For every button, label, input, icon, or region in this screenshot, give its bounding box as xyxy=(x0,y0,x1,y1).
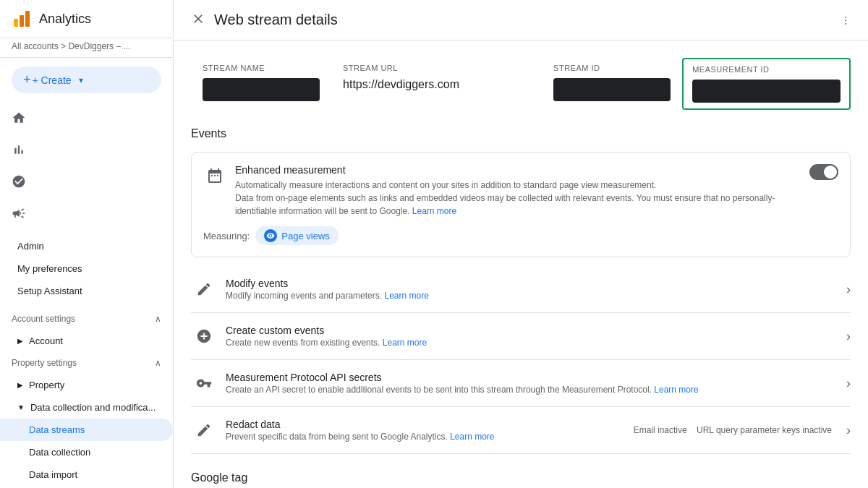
create-custom-events-learn-more[interactable]: Learn more xyxy=(383,338,427,348)
redact-data-icon xyxy=(191,417,217,443)
redact-data-item[interactable]: Redact data Prevent specific data from b… xyxy=(191,407,851,454)
triangle-icon: ▶ xyxy=(17,337,23,345)
bar-chart-icon xyxy=(12,142,26,157)
enhanced-measurement-header: Enhanced measurement Automatically measu… xyxy=(203,164,838,218)
measuring-row: Measuring: Page views xyxy=(203,226,838,245)
modal-body: STREAM NAME STREAM URL https://devdigger… xyxy=(174,40,868,488)
measurement-id-field: MEASUREMENT ID xyxy=(682,58,851,110)
nav-advertising[interactable] xyxy=(0,197,173,229)
sidebar-item-property[interactable]: ▶ Property xyxy=(0,374,173,396)
create-custom-events-item[interactable]: Create custom events Create new events f… xyxy=(191,313,851,360)
property-settings-header[interactable]: Property settings ∧ xyxy=(0,352,173,374)
eye-icon xyxy=(264,229,277,242)
redact-data-title: Redact data xyxy=(226,419,625,430)
measurement-protocol-item[interactable]: Measurement Protocol API secrets Create … xyxy=(191,360,851,407)
modal-title: Web stream details xyxy=(214,12,841,28)
nav-preferences[interactable]: My preferences xyxy=(0,257,173,280)
enhanced-toggle[interactable] xyxy=(809,164,838,180)
sidebar-item-data-import[interactable]: Data import xyxy=(0,463,173,486)
sidebar-item-account[interactable]: ▶ Account xyxy=(0,330,173,352)
redact-data-meta: Email inactive URL query parameter keys … xyxy=(634,425,832,435)
redact-data-chevron: › xyxy=(846,423,851,438)
svg-rect-1 xyxy=(20,15,24,27)
measurement-id-label: MEASUREMENT ID xyxy=(692,65,841,74)
nav-reports[interactable] xyxy=(0,134,173,166)
redact-data-desc: Prevent specific data from being sent to… xyxy=(226,432,625,442)
measurement-protocol-desc: Create an API secret to enable additiona… xyxy=(226,385,838,395)
nav-home[interactable] xyxy=(0,102,173,134)
measuring-label: Measuring: xyxy=(203,231,250,241)
explore-icon xyxy=(12,174,26,189)
enhanced-measurement-card: Enhanced measurement Automatically measu… xyxy=(191,152,851,257)
modify-events-chevron: › xyxy=(846,282,851,297)
stream-url-label: STREAM URL xyxy=(343,64,530,72)
modal-header: Web stream details ⋮ xyxy=(174,0,868,40)
modal-overlay: Web stream details ⋮ STREAM NAME STREAM … xyxy=(174,0,868,488)
enhanced-measurement-title: Enhanced measurement xyxy=(235,164,801,176)
svg-rect-0 xyxy=(14,19,18,27)
nav-admin[interactable]: Admin xyxy=(0,235,173,257)
account-settings-header[interactable]: Account settings ∧ xyxy=(0,308,173,330)
events-section-title: Events xyxy=(191,127,851,140)
modify-events-item[interactable]: Modify events Modify incoming events and… xyxy=(191,266,851,313)
close-icon xyxy=(191,12,205,26)
sidebar-item-data-streams[interactable]: Data streams xyxy=(0,419,173,441)
measurement-protocol-learn-more[interactable]: Learn more xyxy=(654,385,698,395)
stream-id-value xyxy=(553,78,671,101)
app-title: Analytics xyxy=(39,12,91,27)
main-content: Web stream details ⋮ STREAM NAME STREAM … xyxy=(174,0,868,488)
analytics-logo xyxy=(12,9,32,29)
measurement-protocol-title: Measurement Protocol API secrets xyxy=(226,372,838,383)
nav-setup-assistant[interactable]: Setup Assistant xyxy=(0,280,173,302)
page-views-badge: Page views xyxy=(255,226,338,245)
modify-events-desc: Modify incoming events and parameters. L… xyxy=(226,291,838,301)
enhanced-measurement-icon xyxy=(203,164,226,187)
sidebar-item-data-collection[interactable]: ▼ Data collection and modifica... xyxy=(0,396,173,419)
measurement-protocol-chevron: › xyxy=(846,376,851,391)
stream-name-label: STREAM NAME xyxy=(203,64,320,72)
modify-events-icon xyxy=(191,276,217,302)
svg-rect-2 xyxy=(25,11,30,27)
sidebar: Analytics All accounts > DevDiggers – ..… xyxy=(0,0,174,488)
create-custom-events-desc: Create new events from existing events. … xyxy=(226,338,838,348)
measurement-id-value xyxy=(692,80,841,103)
stream-id-label: STREAM ID xyxy=(553,64,671,72)
stream-name-field: STREAM NAME xyxy=(191,58,331,110)
google-tag-section: Google tag Configure tag settings Config… xyxy=(191,471,851,488)
property-triangle-icon: ▶ xyxy=(17,381,23,389)
stream-info: STREAM NAME STREAM URL https://devdigger… xyxy=(191,58,851,110)
modal-more-button[interactable]: ⋮ xyxy=(841,14,851,26)
sidebar-item-data-collection-sub[interactable]: Data collection xyxy=(0,441,173,463)
create-custom-events-chevron: › xyxy=(846,329,851,344)
modify-events-learn-more[interactable]: Learn more xyxy=(384,291,428,301)
modal-close-button[interactable] xyxy=(191,12,205,28)
home-icon xyxy=(12,111,26,125)
stream-id-field: STREAM ID xyxy=(542,58,682,110)
account-settings-chevron: ∧ xyxy=(155,314,161,324)
sidebar-header: Analytics xyxy=(0,0,173,38)
property-settings-chevron: ∧ xyxy=(155,358,161,368)
stream-url-value: https://devdiggers.com xyxy=(343,78,530,91)
enhanced-measurement-desc: Automatically measure interactions and c… xyxy=(235,179,801,218)
create-custom-events-icon xyxy=(191,323,217,349)
account-breadcrumb: All accounts > DevDiggers – ... xyxy=(0,38,173,58)
enhanced-learn-more-link[interactable]: Learn more xyxy=(412,206,456,216)
advertising-icon xyxy=(12,206,26,221)
modify-events-title: Modify events xyxy=(226,278,838,289)
stream-name-value xyxy=(203,78,320,101)
measurement-protocol-icon xyxy=(191,370,217,396)
data-collection-triangle-icon: ▼ xyxy=(17,403,25,411)
create-custom-events-title: Create custom events xyxy=(226,325,838,336)
redact-data-learn-more[interactable]: Learn more xyxy=(450,432,494,442)
nav-explore[interactable] xyxy=(0,166,173,197)
stream-url-field: STREAM URL https://devdiggers.com xyxy=(331,58,542,110)
create-button[interactable]: + + Create ▾ xyxy=(12,67,161,93)
google-tag-section-title: Google tag xyxy=(191,471,851,484)
